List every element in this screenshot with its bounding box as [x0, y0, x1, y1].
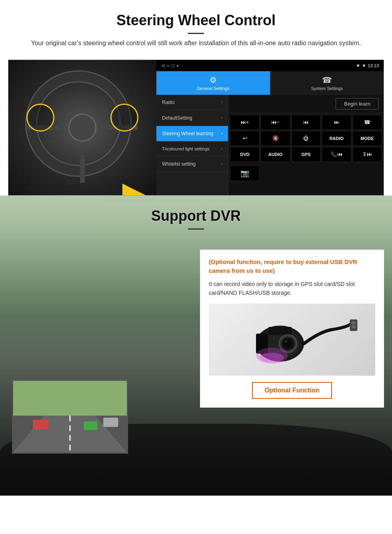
- svg-rect-7: [84, 421, 97, 430]
- svg-rect-8: [103, 418, 118, 427]
- menu-item-tricolour[interactable]: Tricoloured light settings ›: [156, 142, 228, 156]
- chevron-icon: ›: [221, 131, 222, 136]
- dvr-optional-highlight: (Optional function, require to buy exter…: [209, 258, 375, 276]
- ctrl-vol-down[interactable]: ⏮−: [260, 115, 290, 130]
- back-icon: ◁: [161, 63, 164, 68]
- dvr-thumbnail: [12, 380, 128, 454]
- circle-left-highlight: [26, 104, 54, 132]
- steering-wheel-section: Steering Wheel Control Your original car…: [0, 0, 392, 196]
- system-icon: ☎: [322, 75, 332, 85]
- controls-grid-2: 📷: [228, 164, 384, 183]
- ctrl-hangup[interactable]: ↩: [230, 131, 260, 146]
- tab-general-settings[interactable]: ⚙ General Settings: [156, 71, 270, 95]
- dvr-info-card: (Optional function, require to buy exter…: [200, 250, 384, 408]
- ctrl-mode[interactable]: MODE: [352, 131, 382, 146]
- dvr-header: Support DVR: [0, 196, 392, 238]
- begin-learn-button[interactable]: Begin learn: [336, 98, 379, 110]
- svg-point-21: [260, 353, 284, 362]
- ctrl-vol-up[interactable]: ⏭+: [230, 115, 260, 130]
- android-panel: ◁ ○ □ ▪ ▼ ▼ 13:13 ⚙ General Settings: [156, 60, 384, 195]
- settings-tabs: ⚙ General Settings ☎ System Settings: [156, 71, 384, 95]
- optional-function-button[interactable]: Optional Function: [252, 382, 332, 399]
- menu-icon: ▪: [177, 63, 178, 68]
- svg-rect-6: [33, 419, 48, 429]
- svg-point-16: [285, 340, 287, 343]
- ctrl-prev-track[interactable]: ⏮: [291, 115, 321, 130]
- ctrl-gps[interactable]: GPS: [291, 147, 321, 162]
- statusbar-icons: ◁ ○ □ ▪: [161, 63, 178, 68]
- ctrl-next-track[interactable]: ⏭: [322, 115, 351, 130]
- settings-menu: Radio › DefaultSetting › Steering Wheel …: [156, 95, 228, 195]
- steering-ui-container: ◁ ○ □ ▪ ▼ ▼ 13:13 ⚙ General Settings: [8, 60, 384, 196]
- dvr-camera-image: [209, 304, 375, 376]
- menu-steering-label: Steering Wheel learning: [162, 131, 213, 136]
- menu-item-whitelist[interactable]: Whitelist setting ›: [156, 156, 228, 172]
- system-settings-label: System Settings: [311, 86, 343, 91]
- chevron-icon: ›: [221, 100, 222, 104]
- wheel-hub: [68, 114, 96, 142]
- signal-icon: ▼: [356, 63, 360, 68]
- section1-description: Your original car's steering wheel contr…: [24, 38, 368, 48]
- general-settings-label: General Settings: [197, 86, 230, 91]
- dvr-thumb-svg: [13, 381, 127, 452]
- clock-label: 13:13: [368, 63, 379, 68]
- dvr-divider: [188, 228, 204, 230]
- ctrl-next-mix[interactable]: ⇕⏭: [352, 147, 382, 162]
- settings-content: Radio › DefaultSetting › Steering Wheel …: [156, 95, 384, 195]
- ctrl-radio[interactable]: RADIO: [322, 131, 351, 146]
- dvr-content: (Optional function, require to buy exter…: [0, 238, 392, 486]
- chevron-icon: ›: [221, 146, 222, 151]
- ctrl-mute[interactable]: 🔇: [260, 131, 290, 146]
- controls-grid: ⏭+ ⏮− ⏮ ⏭ ☎ ↩ 🔇 ⏻ RADIO MODE DVD AUDIO G…: [228, 113, 384, 164]
- section1-divider: [188, 33, 204, 34]
- ctrl-audio[interactable]: AUDIO: [260, 147, 290, 162]
- ctrl-phone-prev[interactable]: 📞⏮: [322, 147, 351, 162]
- ctrl-power[interactable]: ⏻: [291, 131, 321, 146]
- dvr-section: Support DVR: [0, 196, 392, 496]
- dvr-description: It can record video only to storage in G…: [209, 280, 375, 298]
- menu-item-defaultsetting[interactable]: DefaultSetting ›: [156, 110, 228, 126]
- gear-icon: ⚙: [210, 75, 217, 85]
- steering-photo: [8, 60, 156, 195]
- ctrl-phone[interactable]: ☎: [352, 115, 382, 130]
- svg-rect-18: [352, 321, 356, 324]
- menu-white-label: Whitelist setting: [162, 161, 196, 167]
- circle-right-highlight: [110, 104, 138, 132]
- svg-rect-19: [352, 325, 356, 328]
- dvr-thumb-image: [13, 381, 127, 452]
- menu-tri-label: Tricoloured light settings: [162, 146, 210, 151]
- home-icon: ○: [167, 63, 170, 68]
- menu-item-radio[interactable]: Radio ›: [156, 95, 228, 110]
- tab-system-settings[interactable]: ☎ System Settings: [270, 71, 384, 95]
- section1-header: Steering Wheel Control Your original car…: [0, 0, 392, 52]
- wheel-spoke-bottom: [80, 155, 85, 183]
- menu-default-label: DefaultSetting: [162, 115, 192, 121]
- android-statusbar: ◁ ○ □ ▪ ▼ ▼ 13:13: [156, 60, 384, 71]
- svg-rect-11: [268, 327, 292, 335]
- settings-right-panel: Begin learn ⏭+ ⏮− ⏮ ⏭ ☎ ↩ 🔇 ⏻ RADIO MODE: [228, 95, 384, 195]
- chevron-icon: ›: [221, 116, 222, 120]
- recent-icon: □: [172, 63, 175, 68]
- menu-item-steering[interactable]: Steering Wheel learning ›: [156, 126, 228, 142]
- begin-learn-row: Begin learn: [228, 95, 384, 113]
- dvr-title: Support DVR: [0, 208, 392, 224]
- dvr-camera-svg: [224, 308, 360, 372]
- ctrl-dvd[interactable]: DVD: [230, 147, 260, 162]
- wheel-container: [22, 68, 142, 188]
- wifi-icon: ▼: [362, 63, 366, 68]
- menu-radio-label: Radio: [162, 100, 174, 105]
- section1-title: Steering Wheel Control: [24, 12, 368, 29]
- statusbar-right: ▼ ▼ 13:13: [356, 63, 379, 68]
- chevron-icon: ›: [221, 162, 222, 166]
- ctrl-dvr[interactable]: 📷: [230, 165, 260, 181]
